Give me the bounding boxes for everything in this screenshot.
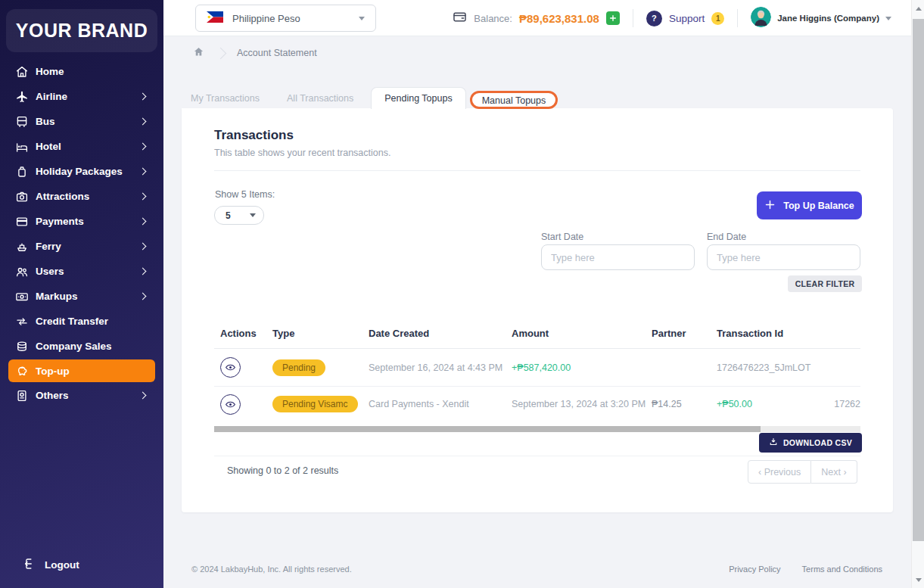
items-per-page-select[interactable]: 5 [214,206,264,225]
tab-pending-topups[interactable]: Pending Topups [371,87,465,109]
scroll-up-arrow[interactable] [912,2,924,15]
tab-manual-topups[interactable]: Manual Topups [472,92,556,109]
sidebar-item-holiday-packages[interactable]: Holiday Packages [0,159,163,184]
support-label: Support [669,13,705,24]
top-up-balance-button[interactable]: Top Up Balance [757,191,862,219]
divider [737,9,738,27]
markups-icon [14,289,30,304]
sidebar-item-others[interactable]: Others [0,383,163,408]
sidebar-item-label: Company Sales [36,341,112,352]
sidebar-item-users[interactable]: Users [0,259,163,284]
sidebar-item-bus[interactable]: Bus [0,109,163,134]
clear-filter-button[interactable]: CLEAR FILTER [788,275,862,292]
logout-label: Logout [45,559,79,571]
horizontal-scrollbar-thumb[interactable] [214,426,761,432]
sidebar-item-payments[interactable]: Payments [0,209,163,234]
table-row: Pending Visamc Card Payments - Xendit Se… [214,387,860,422]
sidebar-item-label: Payments [36,216,84,227]
transactions-table: Actions Type Date Created Amount Partner… [214,318,860,422]
breadcrumb-home-icon[interactable] [193,46,204,61]
cell-transaction-id: 17262 [834,399,860,409]
chevron-right-icon [139,218,147,226]
philippine-flag-icon [207,11,223,26]
tab-bar: My Transactions All Transactions Pending… [182,87,558,109]
chevron-right-icon [139,268,147,275]
sidebar-item-label: Top-up [36,366,70,377]
holiday-packages-icon [14,164,30,179]
sidebar-item-topup[interactable]: Top-up [8,359,155,382]
annotation-highlight: Manual Topups [470,91,558,109]
home-icon [14,64,30,79]
tab-my-transactions[interactable]: My Transactions [182,88,269,109]
chevron-right-icon [139,118,147,126]
user-menu[interactable]: Jane Higgins (Company) [751,7,891,30]
chevron-right-icon [139,168,147,176]
scroll-down-arrow[interactable] [912,573,924,586]
terms-link[interactable]: Terms and Conditions [802,565,882,574]
cell-date: September 13, 2024 at 3:20 PM [512,399,652,409]
previous-page-button[interactable]: ‹ Previous [748,460,811,484]
logout-button[interactable]: Logout [23,557,79,573]
chevron-right-icon [139,193,147,201]
attractions-icon [14,189,30,204]
sidebar-item-label: Credit Transfer [36,316,108,327]
download-csv-button[interactable]: DOWNLOAD CSV [759,433,862,453]
support-menu[interactable]: ? Support 1 [646,11,724,26]
cell-fee: ₱14.25 [652,399,717,409]
col-header-type: Type [272,328,369,339]
sidebar-item-hotel[interactable]: Hotel [0,134,163,159]
chevron-down-icon [250,213,256,217]
page: YOUR BRAND Home Airline Bus Hotel [0,0,924,588]
privacy-policy-link[interactable]: Privacy Policy [729,565,780,574]
chevron-right-icon [139,93,147,101]
pagination: ‹ Previous Next › [748,460,857,484]
tab-all-transactions[interactable]: All Transactions [278,88,362,109]
view-transaction-button[interactable] [220,394,241,415]
download-icon [769,437,778,448]
vertical-scrollbar-thumb[interactable] [913,19,924,541]
support-badge: 1 [711,12,724,25]
results-summary: Showing 0 to 2 of 2 results [227,465,338,476]
currency-select[interactable]: Philippine Peso [195,5,376,32]
chevron-right-icon [139,243,147,250]
balance-amount: ₱89,623,831.08 [519,12,599,25]
col-header-actions: Actions [214,328,272,339]
user-name: Jane Higgins (Company) [777,14,879,23]
sidebar-item-label: Holiday Packages [36,166,123,177]
sidebar-item-label: Hotel [36,141,61,152]
breadcrumb-current: Account Statement [237,48,317,58]
topbar-right: Balance: ₱89,623,831.08 ? Support 1 Jane… [453,0,891,36]
add-balance-button[interactable] [606,11,620,25]
start-date-input[interactable] [541,244,695,270]
page-title: Transactions [214,128,294,143]
topbar: Philippine Peso Balance: ₱89,623,831.08 … [163,0,911,36]
airline-icon [14,89,30,104]
cell-payment-method: Card Payments - Xendit [369,399,512,409]
sidebar-item-label: Airline [36,91,67,102]
sidebar-item-credit-transfer[interactable]: Credit Transfer [0,309,163,334]
breadcrumb-separator [215,47,227,59]
sidebar-item-airline[interactable]: Airline [0,84,163,109]
ferry-icon [14,239,30,254]
sidebar-item-ferry[interactable]: Ferry [0,234,163,259]
status-badge: Pending Visamc [272,396,358,412]
sidebar-item-company-sales[interactable]: Company Sales [0,334,163,359]
view-transaction-button[interactable] [220,357,241,378]
col-header-partner: Partner [652,328,717,339]
copyright-text: © 2024 LakbayHub, Inc. All rights reserv… [191,565,352,574]
sidebar-item-markups[interactable]: Markups [0,284,163,309]
divider [214,456,860,456]
company-sales-icon [14,339,30,354]
table-header-row: Actions Type Date Created Amount Partner… [214,318,860,349]
next-page-button[interactable]: Next › [811,460,857,484]
end-date-input[interactable] [707,244,860,270]
bus-icon [14,114,30,129]
sidebar-item-label: Home [36,66,64,77]
cell-amount: +₱587,420.00 [512,362,652,373]
question-icon: ? [646,11,662,26]
avatar [751,7,771,30]
sidebar-item-label: Markups [36,291,78,302]
sidebar-item-attractions[interactable]: Attractions [0,184,163,209]
sidebar-item-home[interactable]: Home [0,59,163,84]
sidebar-item-label: Attractions [36,191,89,202]
